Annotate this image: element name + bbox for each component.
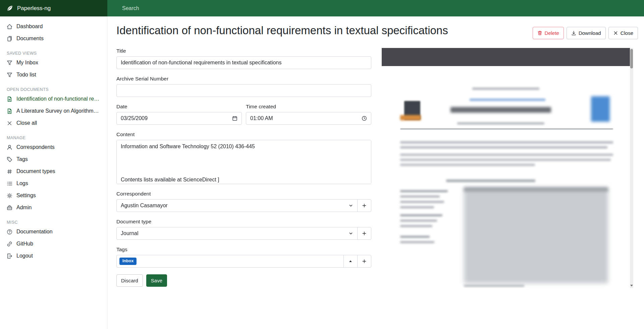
- asn-input[interactable]: [116, 84, 371, 97]
- sidebar-item-label: Todo list: [16, 72, 36, 78]
- hash-icon: [7, 169, 12, 174]
- tag-icon: [7, 157, 12, 162]
- tags-input[interactable]: Inbox: [116, 255, 344, 268]
- link-icon: [7, 241, 12, 247]
- house-icon: [7, 24, 12, 30]
- pdf-blur-text-line: [400, 146, 607, 149]
- document-type-select[interactable]: Journal: [116, 227, 358, 240]
- pdf-blur-info-line: [400, 220, 437, 222]
- content-label: Content: [116, 131, 371, 138]
- pdf-blur-text-line: [400, 141, 613, 144]
- add-tag-button[interactable]: [357, 255, 371, 268]
- sidebar-item-tags[interactable]: Tags: [0, 153, 107, 165]
- pdf-blur-journal-title: [450, 107, 551, 113]
- time-created-value: 01:00 AM: [250, 115, 273, 121]
- pdf-blur-info-line: [400, 196, 440, 198]
- pdf-blur-logo-accent: [400, 115, 421, 120]
- correspondent-label: Correspondent: [116, 191, 371, 197]
- chevron-down-icon: [348, 231, 353, 236]
- sidebar-item-label: Documentation: [16, 229, 53, 235]
- add-document-type-button[interactable]: [357, 227, 371, 240]
- title-label: Title: [116, 48, 371, 54]
- sidebar-item-label: Documents: [16, 36, 44, 42]
- sidebar-item-dashboard[interactable]: Dashboard: [0, 20, 107, 33]
- close-button[interactable]: Close: [608, 27, 638, 39]
- app-brand[interactable]: Paperless-ng: [0, 0, 107, 16]
- date-label: Date: [116, 104, 242, 110]
- pdf-blur-text-line: [400, 159, 611, 161]
- clock-icon[interactable]: [362, 116, 367, 121]
- calendar-icon[interactable]: [232, 116, 237, 121]
- search-input[interactable]: [107, 0, 644, 16]
- sidebar-item-document-types[interactable]: Document types: [0, 165, 107, 177]
- tag-badge-inbox[interactable]: Inbox: [119, 258, 137, 265]
- sidebar-item-logs[interactable]: Logs: [0, 177, 107, 189]
- correspondent-value: Agustin Casamayor: [121, 203, 168, 209]
- pdf-blur-info-line: [400, 201, 444, 203]
- asn-label: Archive Serial Number: [116, 76, 371, 82]
- sidebar-section-open-documents: OPEN DOCUMENTS: [0, 87, 107, 92]
- pdf-blur-header-rule: [400, 128, 613, 129]
- sidebar-item-correspondents[interactable]: Correspondents: [0, 141, 107, 153]
- sidebar-item-todo-list[interactable]: Todo list: [0, 69, 107, 81]
- time-created-input[interactable]: 01:00 AM: [246, 112, 371, 125]
- sidebar-section-misc: MISC: [0, 220, 107, 225]
- funnel-icon: [7, 72, 12, 78]
- tags-dropdown-toggle[interactable]: [343, 255, 358, 268]
- document-form: Title Archive Serial Number Date 03/25/2…: [116, 48, 371, 297]
- pdf-page-blurred-content: [382, 66, 630, 288]
- plus-icon: [362, 231, 367, 236]
- sidebar-item-admin[interactable]: Admin: [0, 202, 107, 214]
- toolbox-icon: [7, 205, 12, 211]
- sidebar-item-my-inbox[interactable]: My Inbox: [0, 57, 107, 69]
- scroll-down-arrow-icon[interactable]: [630, 284, 633, 287]
- add-correspondent-button[interactable]: [357, 199, 371, 212]
- pdf-scrollbar[interactable]: [630, 48, 633, 288]
- date-input[interactable]: 03/25/2009: [116, 112, 242, 125]
- pdf-blur-centered-line: [446, 179, 535, 182]
- save-button[interactable]: Save: [146, 274, 167, 287]
- delete-button[interactable]: Delete: [533, 27, 564, 39]
- title-input[interactable]: [116, 56, 371, 69]
- document-icon: [7, 96, 12, 102]
- close-icon: [613, 31, 618, 36]
- sidebar-item-close-all[interactable]: Close all: [0, 117, 107, 129]
- document-icon: [7, 108, 12, 114]
- document-actions: Delete Download Close: [533, 27, 638, 39]
- sidebar-item-github[interactable]: GitHub: [0, 238, 107, 250]
- content-textarea[interactable]: Information and Software Technology 52 (…: [116, 140, 371, 184]
- sidebar-item-documentation[interactable]: Documentation: [0, 226, 107, 238]
- pdf-blur-info-line: [400, 225, 432, 227]
- discard-button[interactable]: Discard: [116, 274, 143, 287]
- pdf-preview: [382, 48, 633, 288]
- sidebar-item-documents[interactable]: Documents: [0, 33, 107, 45]
- gear-icon: [7, 193, 12, 199]
- app-title: Paperless-ng: [17, 5, 51, 12]
- paperless-logo-icon: [6, 5, 13, 12]
- form-actions: Discard Save: [116, 274, 371, 297]
- pdf-viewer-page[interactable]: [382, 66, 630, 288]
- sidebar-item-label: My Inbox: [16, 60, 38, 66]
- sidebar-item-label: Correspondents: [16, 144, 55, 150]
- pdf-blur-text-line: [400, 154, 613, 156]
- sidebar-section-manage: MANAGE: [0, 135, 107, 140]
- pdf-scrollbar-thumb[interactable]: [630, 49, 633, 68]
- sidebar-open-document-1[interactable]: Identification of non-functional require…: [0, 93, 107, 105]
- download-icon: [571, 31, 576, 36]
- chevron-down-icon: [348, 203, 353, 208]
- pdf-blur-text-line: [400, 164, 535, 166]
- sidebar-item-label: Tags: [16, 156, 28, 162]
- download-button[interactable]: Download: [567, 27, 606, 39]
- sidebar-open-document-2[interactable]: A Literature Survey on Algorithms for Mu…: [0, 105, 107, 117]
- sidebar-item-settings[interactable]: Settings: [0, 189, 107, 202]
- correspondent-select[interactable]: Agustin Casamayor: [116, 199, 358, 212]
- delete-label: Delete: [545, 30, 559, 36]
- asn-group: Archive Serial Number: [116, 76, 371, 97]
- sidebar-item-logout[interactable]: Logout: [0, 250, 107, 262]
- question-circle-icon: [7, 229, 12, 235]
- sidebar-item-label: Logs: [16, 180, 28, 186]
- pdf-viewer-toolbar[interactable]: [382, 48, 630, 66]
- pdf-blur-info-line: [400, 206, 434, 208]
- pdf-blur-header-line: [472, 88, 539, 90]
- sidebar-item-label: Identification of non-functional require…: [16, 96, 100, 102]
